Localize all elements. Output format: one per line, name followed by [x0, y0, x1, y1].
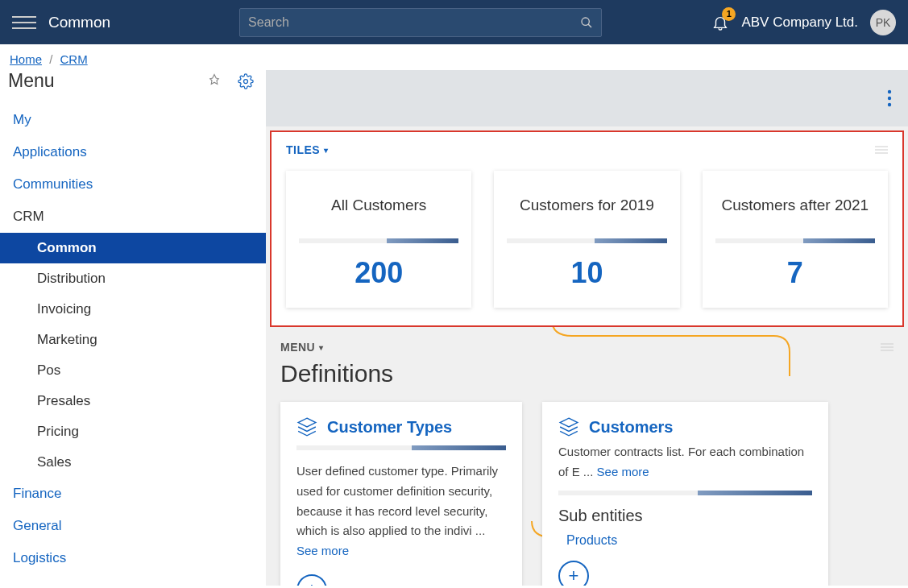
- menu-header: Menu: [0, 70, 266, 104]
- tile-progress-bar: [715, 238, 875, 243]
- svg-marker-13: [560, 418, 578, 427]
- add-button[interactable]: +: [296, 574, 327, 586]
- menu-item-crm[interactable]: CRM: [0, 201, 266, 233]
- sub-item-common[interactable]: Common: [0, 233, 266, 263]
- menu-item-general[interactable]: General: [0, 510, 266, 542]
- card-customer-types[interactable]: Customer Types User defined customer typ…: [280, 402, 522, 586]
- hamburger-menu-icon[interactable]: [12, 12, 36, 33]
- drag-handle-icon[interactable]: [881, 343, 893, 351]
- tiles-panel: TILES ▾ All Customers 200 Customers for …: [270, 130, 904, 327]
- search-input[interactable]: [248, 15, 580, 30]
- sub-item-pricing[interactable]: Pricing: [0, 416, 266, 447]
- sub-item-presales[interactable]: Presales: [0, 386, 266, 416]
- menu-item-applications[interactable]: Applications: [0, 136, 266, 168]
- card-desc: Customer contracts list. For each combin…: [558, 442, 812, 482]
- more-actions-icon[interactable]: [887, 89, 892, 107]
- card-progress-bar: [558, 491, 812, 495]
- see-more-link[interactable]: See more: [597, 465, 649, 478]
- main: TILES ▾ All Customers 200 Customers for …: [266, 70, 908, 586]
- tile-all-customers[interactable]: All Customers 200: [286, 171, 471, 308]
- notification-bell-icon[interactable]: 1: [711, 14, 729, 31]
- svg-point-2: [244, 79, 248, 83]
- gear-icon[interactable]: [238, 73, 254, 89]
- company-name[interactable]: ABV Company Ltd.: [741, 14, 858, 31]
- sub-entities-title: Sub entities: [558, 507, 812, 525]
- menu-item-communities[interactable]: Communities: [0, 168, 266, 201]
- breadcrumb-home[interactable]: Home: [10, 52, 42, 66]
- sub-item-distribution[interactable]: Distribution: [0, 263, 266, 294]
- sidebar: Menu My Applications Communities CRM Com…: [0, 70, 266, 586]
- card-desc-text: Customer contracts list. For each combin…: [558, 445, 804, 478]
- menu-section-header[interactable]: MENU ▾: [280, 341, 893, 354]
- tile-title: Customers for 2019: [507, 185, 666, 226]
- avatar[interactable]: PK: [870, 10, 896, 35]
- top-right: 1 ABV Company Ltd. PK: [711, 10, 896, 35]
- svg-point-5: [888, 103, 891, 106]
- section-title: Definitions: [280, 360, 893, 387]
- search-icon[interactable]: [580, 16, 593, 29]
- tile-title: Customers after 2021: [715, 185, 875, 226]
- card-title: Customers: [589, 418, 673, 437]
- sub-item-marketing[interactable]: Marketing: [0, 325, 266, 355]
- tile-customers-2019[interactable]: Customers for 2019 10: [494, 171, 679, 308]
- card-title: Customer Types: [327, 418, 452, 437]
- breadcrumb-sep: /: [49, 52, 52, 66]
- cards-row: Customer Types User defined customer typ…: [280, 402, 893, 586]
- svg-point-3: [888, 90, 891, 93]
- tiles-header-label: TILES: [286, 143, 320, 156]
- menu-section-header-label: MENU: [280, 341, 315, 354]
- see-more-link[interactable]: See more: [296, 544, 349, 557]
- card-progress-bar: [296, 445, 506, 450]
- tiles-header[interactable]: TILES ▾: [286, 143, 888, 156]
- drag-handle-icon[interactable]: [875, 146, 888, 154]
- search-box[interactable]: [239, 8, 602, 37]
- menu-item-logistics[interactable]: Logistics: [0, 542, 266, 574]
- breadcrumb-crm[interactable]: CRM: [60, 52, 88, 66]
- menu-item-finance[interactable]: Finance: [0, 478, 266, 510]
- menu-section: MENU ▾ Definitions Customer Types: [266, 337, 908, 586]
- sub-item-sales[interactable]: Sales: [0, 447, 266, 478]
- sub-item-pos[interactable]: Pos: [0, 355, 266, 386]
- breadcrumb: Home / CRM: [0, 44, 908, 70]
- tile-customers-after-2021[interactable]: Customers after 2021 7: [703, 171, 888, 308]
- tile-title: All Customers: [299, 185, 458, 226]
- tile-progress-bar: [507, 238, 666, 243]
- add-button[interactable]: +: [558, 561, 589, 586]
- stack-icon: [296, 416, 317, 437]
- sub-list-crm: Common Distribution Invoicing Marketing …: [0, 233, 266, 478]
- tile-value: 7: [715, 256, 875, 290]
- page-header-bar: [266, 70, 908, 126]
- sub-entity-products[interactable]: Products: [558, 533, 812, 548]
- tile-value: 200: [299, 256, 458, 290]
- pin-icon[interactable]: [207, 73, 222, 89]
- card-desc-text: User defined customer type. Primarily us…: [296, 464, 498, 537]
- svg-marker-12: [298, 418, 316, 427]
- stack-icon: [558, 416, 579, 437]
- tile-value: 10: [507, 256, 666, 290]
- svg-point-4: [888, 97, 891, 100]
- menu-item-my[interactable]: My: [0, 104, 266, 136]
- sub-item-invoicing[interactable]: Invoicing: [0, 294, 266, 325]
- card-desc: User defined customer type. Primarily us…: [296, 462, 506, 561]
- tile-progress-bar: [299, 238, 458, 243]
- card-customers[interactable]: Customers Customer contracts list. For e…: [542, 402, 828, 586]
- svg-point-0: [582, 18, 589, 25]
- app-title: Common: [48, 14, 110, 31]
- menu-title: Menu: [8, 70, 207, 92]
- menu-list: My Applications Communities CRM Common D…: [0, 104, 266, 574]
- tiles-row: All Customers 200 Customers for 2019 10 …: [286, 171, 888, 308]
- chevron-down-icon: ▾: [324, 146, 329, 155]
- notification-badge: 1: [722, 7, 736, 21]
- topbar: Common 1 ABV Company Ltd. PK: [0, 0, 908, 44]
- chevron-down-icon: ▾: [319, 343, 324, 352]
- svg-line-1: [588, 24, 591, 27]
